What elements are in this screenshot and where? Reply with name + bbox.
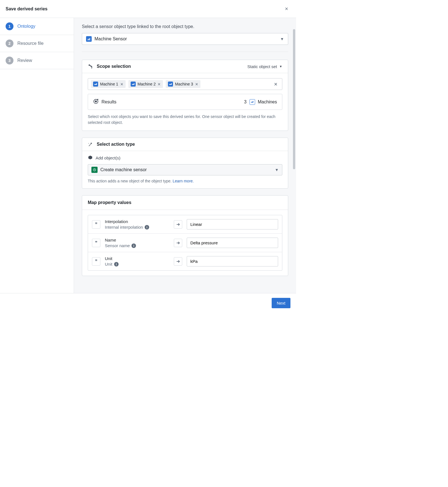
target-icon xyxy=(93,99,99,105)
action-sub-label: Add object(s) xyxy=(96,156,120,160)
step-number: 2 xyxy=(6,40,13,47)
panel-title: Map property values xyxy=(82,196,288,210)
dialog-title: Save derived series xyxy=(6,6,47,11)
stepper-sidebar: 1 Ontology 2 Resource file 3 Review xyxy=(0,18,74,293)
scope-selection-panel: Scope selection Static object set ▼ xyxy=(82,60,288,131)
map-row-unit: ❞ Unit Unit i xyxy=(88,252,282,270)
learn-more-link[interactable]: Learn more. xyxy=(173,179,194,183)
action-select-label: Create machine sensor xyxy=(100,167,147,172)
scrollbar[interactable] xyxy=(293,29,295,169)
wand-icon xyxy=(88,142,93,147)
arrow-right-icon xyxy=(174,239,182,247)
step-review[interactable]: 3 Review xyxy=(0,52,74,69)
string-type-icon: ❞ xyxy=(92,239,100,247)
sensor-type-label: Machine Sensor xyxy=(94,36,127,41)
save-derived-series-dialog: Save derived series × 1 Ontology 2 Resou… xyxy=(0,0,296,313)
map-property-panel: Map property values ❞ Interpolation Inte… xyxy=(82,195,288,276)
tag-label: Machine 3 xyxy=(175,82,193,86)
action-select[interactable]: Create machine sensor ▼ xyxy=(88,164,282,175)
info-icon[interactable]: i xyxy=(114,262,119,266)
name-input[interactable] xyxy=(187,238,278,248)
tag-remove-button[interactable] xyxy=(120,83,123,86)
step-resource-file[interactable]: 2 Resource file xyxy=(0,35,74,52)
panel-title: Select action type xyxy=(97,142,135,147)
panel-header: Select action type xyxy=(82,138,288,151)
dialog-body: 1 Ontology 2 Resource file 3 Review Sele… xyxy=(0,18,296,293)
property-name: Interpolation xyxy=(105,219,169,224)
property-desc: Sensor name i xyxy=(105,243,169,248)
tag-remove-button[interactable] xyxy=(158,83,161,86)
interpolation-input[interactable] xyxy=(187,219,278,229)
unit-input[interactable] xyxy=(187,256,278,266)
scope-mode-dropdown[interactable]: Static object set ▼ xyxy=(247,64,282,69)
caret-down-icon: ▼ xyxy=(279,65,282,68)
close-button[interactable]: × xyxy=(283,4,290,13)
action-hint: This action adds a new object of the obj… xyxy=(88,179,282,183)
main-content: Select a sensor object type linked to th… xyxy=(74,18,296,289)
scope-tag: Machine 3 xyxy=(166,80,200,88)
clear-tags-button[interactable] xyxy=(272,82,279,86)
scope-tag: Machine 2 xyxy=(128,80,163,88)
step-number: 3 xyxy=(6,57,13,64)
string-type-icon: ❞ xyxy=(92,257,100,266)
panel-header: Scope selection Static object set ▼ xyxy=(82,60,288,73)
tag-label: Machine 2 xyxy=(138,82,156,86)
tag-remove-button[interactable] xyxy=(195,83,198,86)
map-rows: ❞ Interpolation Internal interpolation i xyxy=(82,210,288,276)
action-type-panel: Select action type Add object(s) xyxy=(82,138,288,189)
info-icon[interactable]: i xyxy=(131,244,136,248)
cube-plus-icon xyxy=(88,155,93,161)
string-type-icon: ❞ xyxy=(92,220,100,229)
machine-icon xyxy=(168,82,173,87)
caret-down-icon: ▼ xyxy=(275,168,279,172)
property-desc: Unit i xyxy=(105,262,169,266)
machine-icon xyxy=(131,82,136,87)
map-row-name: ❞ Name Sensor name i xyxy=(88,233,282,252)
property-name: Unit xyxy=(105,256,169,261)
machine-icon xyxy=(250,99,255,105)
arrow-right-icon xyxy=(174,220,182,229)
results-count: 3 xyxy=(244,99,247,105)
action-subheader: Add object(s) xyxy=(88,155,282,161)
scope-mode-label: Static object set xyxy=(247,64,277,69)
panel-body: Machine 1 Machine 2 xyxy=(82,73,288,131)
caret-down-icon: ▼ xyxy=(280,37,284,41)
intro-text: Select a sensor object type linked to th… xyxy=(82,24,288,29)
dialog-header: Save derived series × xyxy=(0,0,296,18)
step-number: 1 xyxy=(6,22,13,30)
arrow-right-icon xyxy=(174,257,182,266)
step-ontology[interactable]: 1 Ontology xyxy=(0,18,74,35)
create-action-icon xyxy=(91,167,98,173)
results-label: Results xyxy=(101,99,116,105)
scope-tags-input[interactable]: Machine 1 Machine 2 xyxy=(88,78,282,90)
map-container: ❞ Interpolation Internal interpolation i xyxy=(88,215,282,271)
results-type: Machines xyxy=(258,99,277,105)
panel-title: Scope selection xyxy=(97,64,131,69)
property-desc: Internal interpolation i xyxy=(105,225,169,229)
tag-label: Machine 1 xyxy=(100,82,118,86)
map-row-interpolation: ❞ Interpolation Internal interpolation i xyxy=(88,215,282,233)
next-button[interactable]: Next xyxy=(272,298,290,308)
dialog-footer: Next xyxy=(0,293,296,313)
main-area: Select a sensor object type linked to th… xyxy=(74,18,296,293)
scope-tag: Machine 1 xyxy=(91,80,126,88)
step-label: Review xyxy=(17,58,32,63)
machine-icon xyxy=(93,82,98,87)
scope-icon xyxy=(88,64,93,69)
property-name: Name xyxy=(105,238,169,242)
info-icon[interactable]: i xyxy=(145,225,149,229)
svg-point-1 xyxy=(95,101,97,102)
step-label: Ontology xyxy=(17,24,35,29)
panel-body: Add object(s) Create machine sensor ▼ xyxy=(82,151,288,188)
results-box: Results 3 Machines xyxy=(88,94,282,110)
chart-icon xyxy=(86,36,92,42)
sensor-type-select[interactable]: Machine Sensor ▼ xyxy=(82,33,288,45)
divider xyxy=(82,52,288,52)
scope-helper-text: Select which root objects you want to sa… xyxy=(88,114,282,126)
step-label: Resource file xyxy=(17,41,43,46)
